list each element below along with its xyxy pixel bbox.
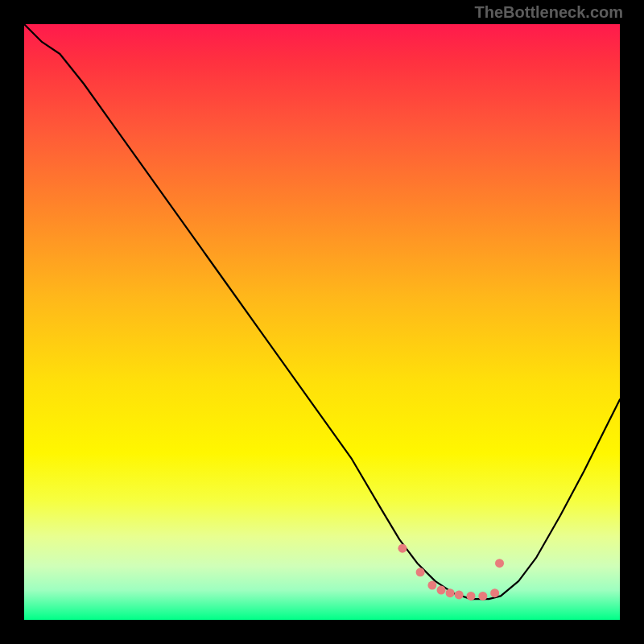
optimal-marker: [427, 581, 436, 590]
plot-gradient-area: [24, 24, 620, 620]
optimal-marker: [495, 559, 504, 568]
optimal-marker: [478, 592, 487, 601]
optimal-marker: [455, 590, 464, 599]
optimal-marker: [446, 588, 455, 597]
watermark-text: TheBottleneck.com: [475, 3, 623, 22]
optimal-marker: [490, 588, 499, 597]
chart-frame: TheBottleneck.com: [0, 0, 644, 644]
optimal-marker: [416, 568, 425, 576]
optimal-marker: [467, 592, 476, 601]
curve-layer: [24, 24, 620, 620]
optimal-marker: [437, 586, 446, 595]
bottleneck-curve: [24, 24, 620, 599]
optimal-marker: [398, 544, 407, 553]
optimal-range-markers: [398, 544, 504, 601]
